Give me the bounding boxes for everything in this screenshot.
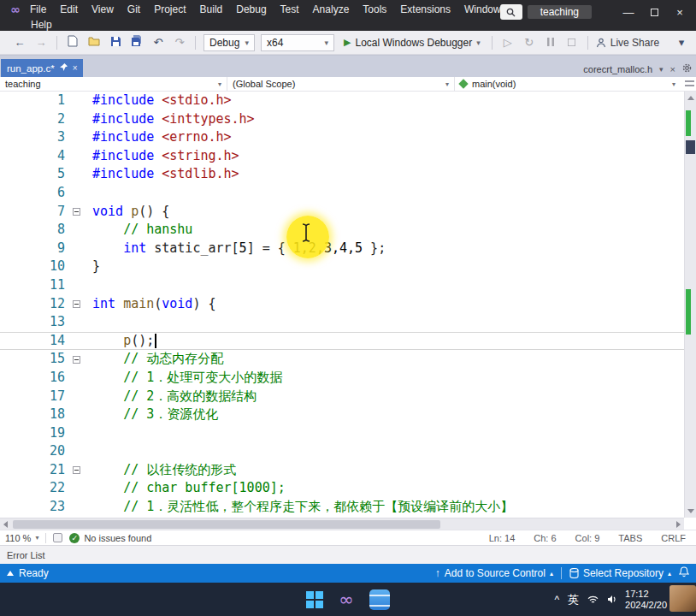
select-repository-button[interactable]: Select Repository ▴	[569, 567, 671, 579]
tray-chevron-up-icon[interactable]: ^	[554, 594, 559, 606]
menu-extensions[interactable]: Extensions	[393, 3, 457, 15]
editor-split-handle[interactable]	[685, 80, 694, 86]
scroll-left-icon[interactable]	[3, 521, 8, 528]
start-debugging-button[interactable]: ▶ Local Windows Debugger ▾	[340, 33, 484, 52]
wifi-icon[interactable]	[587, 592, 599, 607]
redo-icon[interactable]: ↷	[172, 36, 187, 49]
tab-settings-gear-icon[interactable]	[682, 63, 692, 74]
user-avatar-photo[interactable]	[669, 585, 696, 612]
code-line[interactable]: 13	[0, 313, 684, 332]
fold-toggle[interactable]	[65, 350, 87, 369]
scroll-down-icon[interactable]	[687, 509, 694, 513]
code-editor[interactable]: 1#include <stdio.h>2#include <inttypes.h…	[0, 92, 696, 530]
code-line[interactable]: 7void p() {	[0, 203, 684, 222]
close-button[interactable]: ×	[667, 3, 693, 21]
stop-icon[interactable]	[564, 36, 580, 49]
code-line[interactable]: 3#include <errno.h>	[0, 128, 684, 147]
zoom-dropdown[interactable]: 110 %▾	[5, 533, 38, 543]
maximize-button[interactable]	[641, 3, 667, 21]
navigate-back-icon[interactable]: ←	[12, 36, 27, 49]
menu-edit[interactable]: Edit	[53, 3, 85, 15]
scroll-up-icon[interactable]	[687, 96, 694, 100]
search-button[interactable]	[500, 4, 522, 20]
code-line[interactable]: 8 // hanshu	[0, 221, 684, 240]
run-without-debug-icon[interactable]: ▷	[500, 36, 516, 49]
scroll-right-icon[interactable]	[676, 521, 681, 528]
close-document-icon[interactable]: ×	[670, 64, 675, 74]
pin-icon[interactable]	[60, 63, 68, 73]
code-line[interactable]: 12int main(void) {	[0, 295, 684, 314]
horizontal-scrollbar[interactable]	[0, 518, 684, 530]
secondary-tab-label[interactable]: corecrt_malloc.h	[583, 64, 652, 74]
background-tasks-icon[interactable]	[7, 571, 14, 576]
ime-language-indicator[interactable]: 英	[568, 592, 579, 607]
hot-reload-icon[interactable]: ↻	[522, 36, 537, 49]
code-line[interactable]: 2#include <inttypes.h>	[0, 110, 684, 129]
solution-configurations-dropdown[interactable]: Debug▾	[203, 34, 255, 51]
code-line[interactable]: 5#include <stdlib.h>	[0, 165, 684, 184]
minimize-button[interactable]: —	[616, 3, 641, 21]
vertical-scrollbar[interactable]	[684, 92, 696, 518]
code-line[interactable]: 6	[0, 184, 684, 203]
notepad-taskbar-icon[interactable]	[369, 589, 390, 610]
solution-platforms-dropdown[interactable]: x64▾	[261, 34, 334, 51]
menu-file[interactable]: File	[23, 3, 53, 15]
code-line[interactable]: 1#include <stdio.h>	[0, 92, 684, 110]
tab-run-app-c[interactable]: run_app.c* ×	[1, 59, 83, 77]
horizontal-scroll-thumb[interactable]	[13, 520, 440, 529]
code-line[interactable]: 21 // 以往传统的形式	[0, 461, 684, 480]
collapse-minus-icon[interactable]	[73, 208, 80, 216]
code-line[interactable]: 22 // char buffer[1000];	[0, 479, 684, 498]
error-list-panel-tab[interactable]: Error List	[0, 545, 696, 564]
code-line[interactable]: 4#include <string.h>	[0, 147, 684, 166]
collapse-minus-icon[interactable]	[73, 356, 80, 364]
collapse-minus-icon[interactable]	[73, 300, 80, 308]
code-line[interactable]: 19	[0, 424, 684, 443]
new-file-icon[interactable]	[65, 35, 80, 50]
code-line[interactable]: 17 // 2．高效的数据结构	[0, 388, 684, 406]
code-lines[interactable]: 1#include <stdio.h>2#include <inttypes.h…	[0, 92, 684, 518]
solution-name-badge[interactable]: teaching	[528, 5, 592, 19]
save-all-icon[interactable]	[129, 35, 145, 50]
start-button[interactable]	[306, 591, 323, 608]
taskbar-clock[interactable]: 17:12 2024/2/20	[625, 589, 667, 611]
menu-analyze[interactable]: Analyze	[306, 3, 357, 15]
document-health-indicator[interactable]: ✓ No issues found	[69, 533, 151, 543]
editor-indicator-icon[interactable]	[53, 533, 62, 542]
code-line[interactable]: 15 // 动态内存分配	[0, 350, 684, 369]
code-line[interactable]: 11	[0, 276, 684, 295]
menu-project[interactable]: Project	[147, 3, 192, 15]
menu-help[interactable]: Help	[24, 19, 59, 31]
fold-toggle[interactable]	[65, 203, 87, 222]
project-dropdown[interactable]: teaching▾	[0, 77, 227, 91]
menu-view[interactable]: View	[85, 3, 121, 15]
member-dropdown[interactable]: main(void)▾	[455, 77, 696, 91]
fold-toggle[interactable]	[65, 461, 87, 480]
code-line[interactable]: 9 int static_arr[5] = { 1,2,3,4,5 };	[0, 240, 684, 258]
fold-toggle[interactable]	[65, 295, 87, 314]
notifications-bell-icon[interactable]	[679, 566, 689, 580]
close-tab-icon[interactable]: ×	[73, 63, 78, 73]
add-to-source-control-button[interactable]: ↑ Add to Source Control ▴	[435, 567, 553, 579]
menu-build[interactable]: Build	[193, 3, 230, 15]
code-line[interactable]: 23 // 1．灵活性低，整个程序走下来，都依赖于【预设编译前的大小】	[0, 498, 684, 517]
save-icon[interactable]	[108, 36, 123, 50]
code-line[interactable]: 14 p();	[0, 332, 684, 351]
toolbar-overflow-icon[interactable]: ▾	[674, 36, 689, 49]
navigate-forward-icon[interactable]: →	[33, 36, 49, 49]
scroll-thumb[interactable]	[686, 140, 695, 154]
volume-icon[interactable]	[607, 592, 616, 607]
code-line[interactable]: 20	[0, 442, 684, 461]
menu-tools[interactable]: Tools	[356, 3, 393, 15]
menu-test[interactable]: Test	[274, 3, 306, 15]
open-file-icon[interactable]	[86, 36, 102, 49]
live-share-button[interactable]: Live Share	[596, 37, 659, 49]
pause-icon[interactable]	[543, 36, 558, 49]
scope-dropdown[interactable]: (Global Scope)▾	[227, 77, 455, 91]
menu-git[interactable]: Git	[121, 3, 147, 15]
undo-icon[interactable]: ↶	[150, 36, 166, 49]
visual-studio-taskbar-icon[interactable]: ∞	[339, 589, 354, 610]
collapse-minus-icon[interactable]	[73, 466, 80, 474]
code-line[interactable]: 10}	[0, 258, 684, 276]
code-line[interactable]: 16 // 1．处理可变大小的数据	[0, 369, 684, 388]
